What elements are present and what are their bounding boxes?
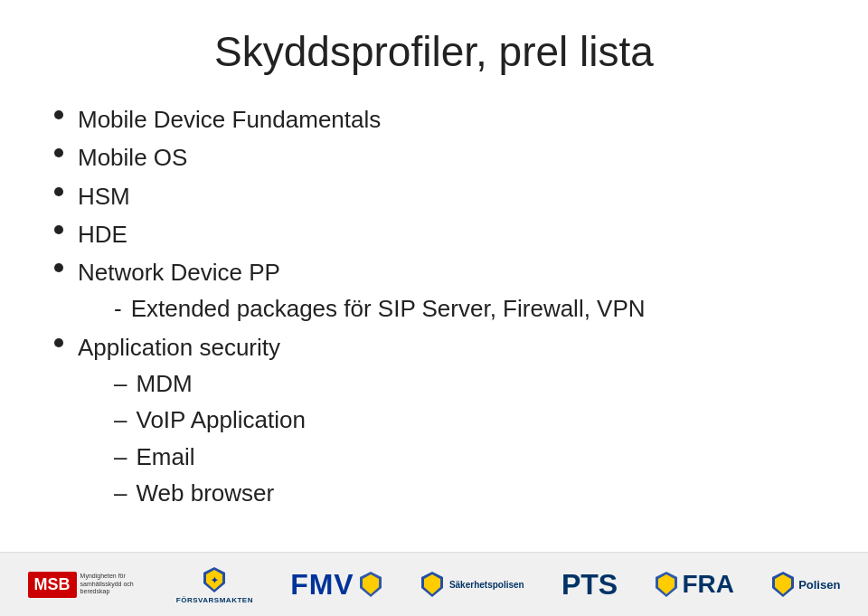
- application-security-sublist: – MDM – VoIP Application – Email – Web b…: [114, 365, 306, 511]
- polisen-text: Polisen: [798, 578, 840, 592]
- footer-bar: MSB Myndigheten för samhällsskydd och be…: [0, 552, 868, 616]
- sakerhetspolisen-crest-icon: [420, 570, 445, 599]
- bullet-dot: [54, 338, 63, 347]
- msb-text: Myndigheten för samhällsskydd och bereds…: [80, 573, 139, 595]
- forsvarsmakten-logo: ✦ FÖRSVARSMAKTEN: [176, 560, 253, 610]
- list-item: – VoIP Application: [114, 402, 306, 438]
- fmv-crest-icon: [359, 571, 382, 598]
- list-item-text: HSM: [78, 178, 130, 214]
- application-security-label: Application security: [78, 329, 306, 365]
- forsvarsmakten-text: FÖRSVARSMAKTEN: [176, 596, 253, 604]
- em-dash-icon: –: [114, 402, 127, 438]
- bullet-dot: [54, 148, 63, 157]
- fra-logo: FRA: [655, 560, 734, 610]
- list-item: – Email: [114, 439, 306, 475]
- list-item: HSM: [54, 178, 814, 214]
- sub-item-text: Extended packages för SIP Server, Firewa…: [131, 290, 646, 327]
- em-dash-icon: –: [114, 439, 127, 475]
- list-item-text: Mobile OS: [78, 139, 187, 175]
- bullet-dot: [54, 110, 63, 119]
- sub-list-item-text: Email: [136, 439, 194, 475]
- sub-list-item-text: VoIP Application: [136, 402, 305, 438]
- msb-logo: MSB Myndigheten för samhällsskydd och be…: [28, 560, 139, 610]
- bullet-dot: [54, 187, 63, 196]
- list-item: HDE: [54, 216, 814, 252]
- list-item: – Web browser: [114, 475, 306, 511]
- slide-content: Skyddsprofiler, prel lista Mobile Device…: [0, 0, 868, 552]
- list-item-text: HDE: [78, 216, 127, 252]
- em-dash-icon: –: [114, 475, 127, 511]
- bullet-list: Mobile Device Fundamentals Mobile OS HSM…: [54, 101, 814, 511]
- fra-text: FRA: [682, 570, 734, 599]
- list-item-text: Network Device PP: [78, 254, 646, 290]
- bullet-dot: [54, 225, 63, 234]
- bullet-dot: [54, 263, 63, 272]
- sub-item: - Extended packages för SIP Server, Fire…: [114, 290, 646, 327]
- fmv-logo: FMV: [290, 560, 382, 610]
- list-item: Mobile OS: [54, 139, 814, 175]
- list-item-text: Mobile Device Fundamentals: [78, 101, 381, 137]
- sub-list-item-text: MDM: [136, 365, 192, 402]
- msb-red-box: MSB: [28, 572, 77, 598]
- list-item: Network Device PP - Extended packages fö…: [54, 254, 814, 327]
- svg-text:✦: ✦: [211, 575, 219, 585]
- polisen-logo: Polisen: [771, 560, 840, 610]
- list-item: Application security – MDM – VoIP Applic…: [54, 329, 814, 511]
- slide-title: Skyddsprofiler, prel lista: [54, 27, 814, 76]
- forsvarsmakten-crest-icon: ✦: [202, 565, 227, 594]
- pts-text: PTS: [561, 568, 618, 602]
- fra-crest-icon: [655, 571, 678, 598]
- polisen-crest-icon: [771, 571, 795, 598]
- pts-logo: PTS: [561, 560, 618, 610]
- em-dash-icon: –: [114, 365, 127, 402]
- sub-list-item-text: Web browser: [136, 475, 274, 511]
- sakerhetspolisen-text: Säkerhetspolisen: [449, 580, 524, 590]
- list-item: – MDM: [114, 365, 306, 402]
- sub-dash-icon: -: [114, 290, 122, 327]
- list-item: Mobile Device Fundamentals: [54, 101, 814, 137]
- sakerhetspolisen-logo: Säkerhetspolisen: [420, 560, 524, 610]
- fmv-text: FMV: [290, 568, 354, 602]
